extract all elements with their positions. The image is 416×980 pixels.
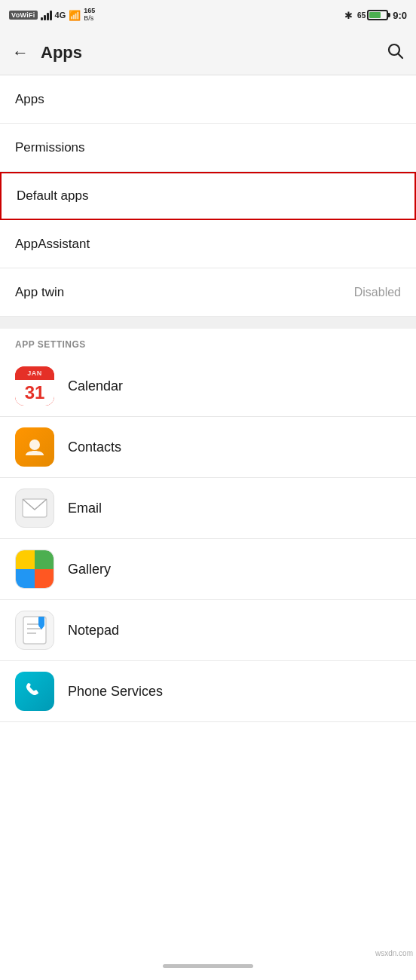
contacts-app-name: Contacts xyxy=(68,439,121,455)
battery-indicator: 65 xyxy=(357,10,388,20)
menu-item-appassistant[interactable]: AppAssistant xyxy=(0,220,416,268)
notepad-app-icon xyxy=(15,611,54,650)
signal-bars xyxy=(41,10,52,20)
wifi-icon: 📶 xyxy=(69,10,81,21)
section-divider xyxy=(0,317,416,329)
menu-item-app-twin-label: App twin xyxy=(15,285,64,300)
app-list: JAN 31 Calendar Contacts Email xyxy=(0,356,416,722)
signal-bar-3 xyxy=(47,13,49,20)
phone-services-app-name: Phone Services xyxy=(68,684,163,700)
menu-item-app-twin[interactable]: App twin Disabled xyxy=(0,268,416,317)
menu-item-default-apps-label: Default apps xyxy=(17,188,88,204)
gallery-app-name: Gallery xyxy=(68,562,111,577)
gallery-cell-red xyxy=(35,569,54,588)
menu-item-apps-label: Apps xyxy=(15,92,44,107)
svg-point-2 xyxy=(29,439,40,450)
calendar-icon-inner: JAN 31 xyxy=(15,366,54,406)
gallery-cell-blue xyxy=(16,569,35,588)
menu-item-permissions-label: Permissions xyxy=(15,140,85,155)
battery-percent: 65 xyxy=(357,11,366,20)
app-item-email[interactable]: Email xyxy=(0,478,416,539)
signal-bar-2 xyxy=(44,15,46,20)
svg-rect-8 xyxy=(38,617,44,626)
phone-services-app-icon xyxy=(15,672,54,711)
watermark: wsxdn.com xyxy=(375,949,413,957)
gallery-app-icon xyxy=(15,550,54,589)
email-app-icon xyxy=(15,488,54,528)
home-indicator[interactable] xyxy=(163,964,253,968)
app-item-contacts[interactable]: Contacts xyxy=(0,417,416,478)
gallery-icon-inner xyxy=(16,550,54,588)
svg-line-1 xyxy=(399,54,403,59)
app-item-notepad[interactable]: Notepad xyxy=(0,600,416,661)
time-display: 9:0 xyxy=(393,10,407,21)
bluetooth-icon: ✱ xyxy=(344,10,353,21)
menu-item-appassistant-label: AppAssistant xyxy=(15,237,90,252)
signal-bar-4 xyxy=(50,11,52,20)
email-app-name: Email xyxy=(68,501,102,516)
app-item-gallery[interactable]: Gallery xyxy=(0,539,416,600)
vowifi-badge: VoWiFi xyxy=(9,11,38,20)
network-type: 4G xyxy=(55,11,66,20)
speed-indicator: 165 B/s xyxy=(84,8,95,23)
calendar-day-number: 31 xyxy=(15,380,54,406)
battery-fill xyxy=(369,12,380,18)
search-icon[interactable] xyxy=(386,41,404,63)
back-button[interactable]: ← xyxy=(12,43,29,63)
signal-bar-1 xyxy=(41,17,43,20)
calendar-month-label: JAN xyxy=(15,366,54,380)
app-item-calendar[interactable]: JAN 31 Calendar xyxy=(0,356,416,417)
menu-section: Apps Permissions Default apps AppAssista… xyxy=(0,75,416,317)
page-title: Apps xyxy=(41,43,374,63)
app-item-phone-services[interactable]: Phone Services xyxy=(0,661,416,722)
bottom-spacer xyxy=(0,722,416,782)
calendar-app-icon: JAN 31 xyxy=(15,366,54,406)
notepad-app-name: Notepad xyxy=(68,623,119,639)
calendar-app-name: Calendar xyxy=(68,378,123,394)
gallery-cell-yellow xyxy=(16,550,35,569)
menu-item-app-twin-value: Disabled xyxy=(354,286,401,299)
battery-box xyxy=(367,10,388,20)
status-bar: VoWiFi 4G 📶 165 B/s ✱ 65 9:0 xyxy=(0,0,416,30)
menu-item-apps[interactable]: Apps xyxy=(0,75,416,124)
app-settings-section-label: APP SETTINGS xyxy=(0,329,416,356)
contacts-app-icon xyxy=(15,427,54,467)
gallery-cell-green xyxy=(35,550,54,569)
menu-item-permissions[interactable]: Permissions xyxy=(0,124,416,172)
header: ← Apps xyxy=(0,30,416,75)
status-bar-left: VoWiFi 4G 📶 165 B/s xyxy=(9,8,95,23)
menu-item-default-apps[interactable]: Default apps xyxy=(0,172,416,220)
status-bar-right: ✱ 65 9:0 xyxy=(344,10,407,21)
